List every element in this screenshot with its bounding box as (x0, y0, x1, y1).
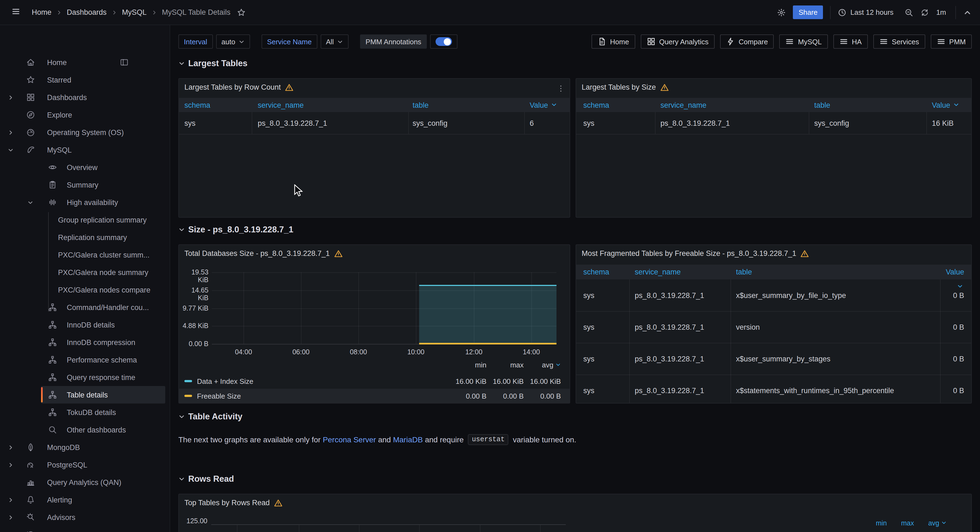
chevron-down-icon[interactable] (8, 147, 14, 153)
panel-title[interactable]: Top Tables by Rows Read (185, 499, 282, 507)
sidebar-item-starred[interactable]: Starred (0, 71, 170, 89)
column-header-service_name[interactable]: service_name (258, 98, 304, 112)
breadcrumb-item[interactable]: Dashboards (67, 8, 107, 16)
legend-stat-header-avg[interactable]: avg (523, 361, 561, 372)
warning-icon[interactable] (801, 249, 809, 257)
sidebar-item-mongodb[interactable]: MongoDB (0, 438, 170, 456)
sidebar-item-mysql[interactable]: MySQL (0, 141, 170, 159)
column-header-service_name[interactable]: service_name (660, 98, 706, 112)
column-header-value[interactable]: Value (530, 98, 557, 112)
chevron-down-icon[interactable] (27, 199, 33, 205)
sidebar-item-group-replication-summary[interactable]: Group replication summary (0, 211, 170, 229)
collapse-header-caret-icon[interactable] (963, 8, 972, 17)
sidebar-item-summary[interactable]: Summary (0, 176, 170, 194)
section-size[interactable]: Size - ps_8.0_3.19.228.7_1 (178, 225, 293, 235)
sidebar-item-pxc-galera-nodes-compare[interactable]: PXC/Galera nodes compare (0, 281, 170, 299)
chevron-right-icon[interactable] (8, 129, 14, 135)
column-header-schema[interactable]: schema (185, 98, 210, 112)
warning-icon[interactable] (660, 83, 668, 91)
column-header-table[interactable]: table (412, 98, 429, 112)
sidebar-item-command-handler-cou[interactable]: Command/Handler cou... (0, 299, 170, 316)
legend-series-name[interactable]: Data + Index Size (197, 377, 253, 385)
service-name-dropdown[interactable]: All (320, 35, 348, 49)
sidebar-item-explore[interactable]: Explore (0, 106, 170, 124)
column-header-schema[interactable]: schema (583, 265, 609, 279)
y-axis-tick: 4.88 KiB (180, 322, 208, 330)
sort-chevron-icon[interactable] (957, 281, 963, 291)
sidebar-item-innodb-compression[interactable]: InnoDB compression (0, 333, 170, 351)
section-rows-read[interactable]: Rows Read (178, 474, 234, 484)
share-button[interactable]: Share (793, 5, 823, 19)
sidebar-item-replication-summary[interactable]: Replication summary (0, 229, 170, 246)
sidebar-item-pxc-galera-cluster-summ[interactable]: PXC/Galera cluster summ... (0, 246, 170, 264)
sidebar-item-advisors[interactable]: Advisors (0, 508, 170, 526)
panel-title[interactable]: Total Databases Size - ps_8.0_3.19.228.7… (185, 249, 342, 257)
mariadb-link[interactable]: MariaDB (393, 435, 423, 444)
history-icon (26, 530, 35, 532)
sidebar-item-table-details[interactable]: Table details (0, 386, 170, 403)
sidebar-item-backup[interactable]: Backup (0, 526, 170, 532)
interval-dropdown[interactable]: auto (216, 35, 250, 49)
zoom-out-icon[interactable] (905, 8, 913, 17)
chevron-right-icon[interactable] (8, 514, 14, 520)
sidebar-item-pxc-galera-node-summary[interactable]: PXC/Galera node summary (0, 264, 170, 281)
sidebar-item-home[interactable]: Home (0, 54, 170, 71)
sidebar-item-overview[interactable]: Overview (0, 159, 170, 176)
legend-series-name[interactable]: Freeable Size (197, 392, 241, 400)
sidebar-item-tokudb-details[interactable]: TokuDB details (0, 403, 170, 421)
chevron-right-icon[interactable] (8, 497, 14, 503)
pmm-annotations-toggle[interactable] (430, 35, 457, 49)
time-range-picker[interactable]: Last 12 hours (838, 8, 897, 17)
sidebar-item-operating-system-os[interactable]: Operating System (OS) (0, 124, 170, 141)
favorite-star-icon[interactable] (237, 8, 246, 17)
chevron-right-icon[interactable] (8, 462, 14, 468)
column-header-schema[interactable]: schema (583, 98, 609, 112)
breadcrumb-item[interactable]: MySQL (122, 8, 146, 16)
panel-title[interactable]: Most Fragmented Tables by Freeable Size … (582, 249, 809, 257)
sidebar-item-dashboards[interactable]: Dashboards (0, 89, 170, 106)
refresh-interval-picker[interactable]: 1m (936, 8, 948, 16)
nav-button-ha[interactable]: HA (833, 35, 867, 49)
legend-stat-header-max[interactable]: max (487, 361, 523, 372)
nav-button-services[interactable]: Services (873, 35, 925, 49)
panel-title[interactable]: Largest Tables by Size (582, 83, 668, 91)
section-largest-tables[interactable]: Largest Tables (178, 59, 248, 68)
breadcrumb-item[interactable]: Home (32, 8, 51, 16)
hamburger-menu-icon[interactable] (11, 7, 20, 18)
nav-button-query-analytics[interactable]: Query Analytics (641, 35, 714, 49)
warning-icon[interactable] (285, 83, 293, 91)
legend-swatch (185, 395, 192, 397)
chevron-right-icon[interactable] (8, 94, 14, 100)
sidebar-item-innodb-details[interactable]: InnoDB details (0, 316, 170, 333)
legend-stat-header-max[interactable]: max (901, 519, 914, 527)
sidebar-item-alerting[interactable]: Alerting (0, 491, 170, 508)
column-header-service_name[interactable]: service_name (635, 265, 681, 279)
nav-button-pmm[interactable]: PMM (931, 35, 972, 49)
warning-icon[interactable] (274, 499, 282, 507)
dashboard-settings-gear-icon[interactable] (777, 8, 786, 17)
legend-stat-header-min[interactable]: min (449, 361, 487, 372)
nav-button-home[interactable]: Home (592, 35, 635, 49)
panel-menu-kebab-icon[interactable] (557, 84, 565, 95)
section-table-activity[interactable]: Table Activity (178, 412, 242, 422)
percona-server-link[interactable]: Percona Server (323, 435, 376, 444)
column-header-table[interactable]: table (736, 265, 752, 279)
chevron-right-icon[interactable] (8, 444, 14, 450)
sidebar-item-query-response-time[interactable]: Query response time (0, 368, 170, 386)
sidebar-item-other-dashboards[interactable]: Other dashboards (0, 421, 170, 438)
sidebar-item-query-analytics-qan[interactable]: Query Analytics (QAN) (0, 473, 170, 491)
legend-stat-header-avg[interactable]: avg (928, 519, 947, 527)
nav-button-compare[interactable]: Compare (720, 35, 774, 49)
sidebar-item-high-availability[interactable]: High availability (0, 194, 170, 211)
refresh-icon[interactable] (920, 8, 929, 17)
column-header-table[interactable]: table (814, 98, 830, 112)
warning-icon[interactable] (334, 249, 342, 257)
column-header-value[interactable]: Value (932, 98, 959, 112)
column-header-value[interactable]: Value (946, 265, 964, 279)
panel-title[interactable]: Largest Tables by Row Count (185, 83, 293, 91)
dock-icon[interactable] (120, 58, 129, 67)
sidebar-item-performance-schema[interactable]: Performance schema (0, 351, 170, 368)
nav-button-mysql[interactable]: MySQL (780, 35, 828, 49)
legend-stat-header-min[interactable]: min (876, 519, 887, 527)
sidebar-item-postgresql[interactable]: PostgreSQL (0, 456, 170, 473)
